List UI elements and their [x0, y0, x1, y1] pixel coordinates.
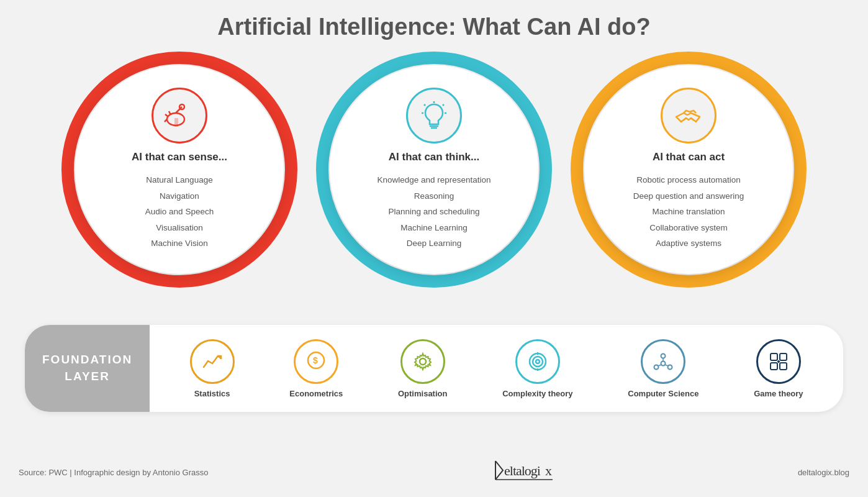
optimisation-icon-circle	[400, 339, 445, 384]
page-title: Artificial Intelligence: What Can AI do?	[0, 0, 868, 40]
lightbulb-icon	[418, 99, 450, 132]
sense-circle: Hear See Speak Feel	[61, 52, 297, 312]
top-section: Hear See Speak Feel	[0, 52, 868, 312]
act-item-1: Robotic process automation	[633, 172, 744, 188]
sense-item-1: Natural Language	[145, 172, 214, 188]
svg-line-24	[684, 118, 686, 121]
sense-item-4: Visualisation	[145, 220, 214, 236]
footer-website: deltalogix.blog	[798, 468, 849, 477]
foundation-item-game: Game theory	[754, 339, 803, 398]
game-label: Game theory	[754, 389, 803, 398]
svg-text:eltalogi: eltalogi	[504, 463, 541, 478]
think-item-5: Deep Learning	[377, 235, 491, 252]
sense-inner: AI that can sense... Natural Language Na…	[75, 65, 284, 274]
act-item-4: Collaborative system	[633, 220, 744, 236]
svg-line-37	[658, 365, 662, 366]
think-item-2: Reasoning	[377, 188, 491, 204]
act-icon-wrap	[661, 88, 717, 144]
complexity-icon-circle	[515, 339, 560, 384]
foundation-section: FOUNDATION LAYER Statistics $	[25, 325, 843, 412]
econometrics-label: Econometrics	[289, 389, 343, 398]
svg-rect-40	[780, 353, 787, 360]
svg-line-6	[165, 119, 167, 122]
svg-line-38	[665, 365, 669, 366]
econometrics-icon-circle: $	[294, 339, 338, 384]
foundation-item-complexity: Complexity theory	[502, 339, 572, 398]
svg-text:x: x	[545, 463, 552, 478]
act-items: Robotic process automation Deep question…	[633, 172, 744, 252]
sense-icon-wrap	[151, 88, 207, 144]
think-inner: AI that can think... Knowledge and repre…	[330, 65, 538, 274]
act-inner: AI that can act Robotic process automati…	[584, 65, 793, 274]
network-icon	[651, 350, 675, 373]
act-heading: AI that can act	[653, 151, 725, 163]
svg-line-23	[691, 118, 694, 121]
act-item-5: Adaptive systems	[633, 235, 744, 252]
foundation-item-cs: Computer Science	[628, 339, 698, 398]
foundation-item-statistics: Statistics	[190, 339, 235, 398]
svg-rect-39	[771, 353, 777, 360]
foundation-items: Statistics $ Econometrics	[150, 325, 843, 412]
footer-source: Source: PWC | Infographic design by Anto…	[19, 468, 208, 477]
think-circle: Understand Assist Perceive Plan	[316, 52, 552, 312]
footer-logo: eltalogi x	[453, 458, 553, 487]
handshake-icon	[672, 99, 705, 132]
sense-heading: AI that can sense...	[132, 151, 227, 163]
svg-line-17	[443, 104, 444, 106]
game-icon-circle	[756, 339, 801, 384]
sense-item-3: Audio and Speech	[145, 204, 214, 220]
foundation-label: FOUNDATION LAYER	[25, 325, 150, 412]
act-item-2: Deep question and answering	[633, 188, 744, 204]
act-circle: Physical Creative Cognitive Reactive	[571, 52, 807, 312]
svg-point-28	[533, 357, 543, 367]
foundation-item-optimisation: Optimisation	[398, 339, 447, 398]
footer: Source: PWC | Infographic design by Anto…	[0, 458, 868, 487]
sense-items: Natural Language Navigation Audio and Sp…	[145, 172, 214, 252]
svg-rect-41	[771, 363, 777, 370]
svg-text:$: $	[313, 355, 318, 365]
think-icon-wrap	[406, 88, 462, 144]
satellite-icon	[163, 99, 196, 132]
think-item-3: Planning and scheduling	[377, 204, 491, 220]
think-heading: AI that can think...	[389, 151, 479, 163]
statistics-icon-circle	[190, 339, 235, 384]
think-items: Knowledge and representation Reasoning P…	[377, 172, 491, 252]
svg-point-29	[536, 360, 540, 363]
page: Artificial Intelligence: What Can AI do?…	[0, 0, 868, 497]
puzzle-icon	[767, 350, 790, 373]
cs-label: Computer Science	[628, 389, 698, 398]
svg-point-26	[420, 358, 426, 365]
stats-icon	[201, 350, 224, 373]
svg-line-16	[424, 104, 425, 106]
act-item-3: Machine translation	[633, 204, 744, 220]
statistics-label: Statistics	[194, 389, 230, 398]
sense-item-2: Navigation	[145, 188, 214, 204]
svg-rect-42	[780, 363, 787, 370]
complexity-label: Complexity theory	[502, 389, 572, 398]
deltalogix-logo-svg: eltalogi x	[453, 458, 553, 483]
svg-point-32	[661, 353, 666, 358]
money-icon: $	[304, 350, 328, 373]
svg-line-7	[165, 114, 168, 117]
gear-icon	[411, 350, 435, 373]
sense-item-5: Machine Vision	[145, 235, 214, 252]
cs-icon-circle	[641, 339, 685, 384]
target-icon	[526, 350, 549, 373]
foundation-item-econometrics: $ Econometrics	[289, 339, 343, 398]
svg-rect-9	[174, 118, 178, 127]
think-item-1: Knowledge and representation	[377, 172, 491, 188]
think-item-4: Machine Learning	[377, 220, 491, 236]
optimisation-label: Optimisation	[398, 389, 447, 398]
